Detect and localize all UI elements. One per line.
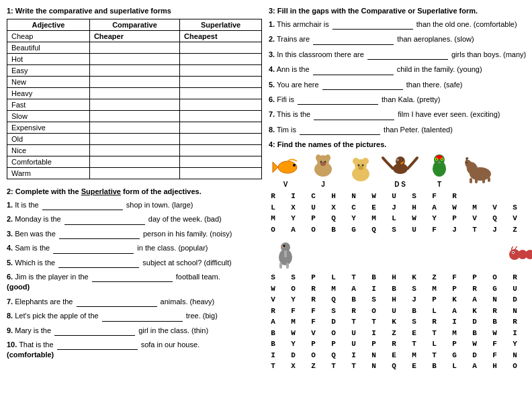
ws-cell: Z — [430, 272, 439, 283]
ws-cell: W — [490, 328, 499, 339]
svg-rect-40 — [284, 250, 287, 257]
blank-0[interactable] — [42, 199, 123, 210]
ws-cell — [420, 213, 429, 224]
ws-cell: L — [430, 338, 439, 350]
table-row: Fast — [7, 99, 262, 111]
ws-cell: Q — [329, 294, 338, 306]
col-header-comp: Comparative — [89, 19, 179, 31]
s3-blank-1[interactable] — [313, 34, 394, 44]
table-row: Beautiful — [7, 42, 262, 54]
superlative-cell — [180, 168, 262, 179]
ws-cell — [400, 224, 408, 236]
superlative-cell — [180, 54, 262, 65]
blank-5[interactable] — [92, 271, 173, 282]
list-item: 10. That is the sofa in our house.(comfo… — [7, 339, 262, 361]
ws-cell — [279, 328, 287, 339]
ws-cell — [521, 328, 529, 339]
ws-cell — [521, 213, 529, 224]
ws-cell: T — [430, 328, 439, 339]
ws-cell: T — [269, 361, 277, 372]
superlative-cell — [180, 111, 262, 122]
blank-8[interactable] — [54, 325, 135, 336]
s3-blank-2[interactable] — [367, 49, 448, 60]
ws-cell: I — [450, 316, 459, 328]
ws-cell: F — [309, 306, 318, 317]
ws-cell: R — [309, 283, 318, 295]
ws-cell: L — [269, 202, 277, 214]
blank-6[interactable] — [77, 296, 157, 307]
blank-3[interactable] — [53, 242, 134, 253]
superlative-cell — [180, 88, 262, 99]
bear-container — [344, 156, 378, 185]
blank-1[interactable] — [64, 214, 145, 224]
ws-cell — [299, 272, 308, 283]
ws-cell — [359, 338, 368, 350]
superlative-cell — [180, 122, 262, 134]
ws-cell: U — [410, 224, 418, 236]
adjective-cell: Comfortable — [7, 156, 90, 168]
ws-cell — [460, 316, 469, 328]
ws-cell — [400, 202, 408, 214]
ws-cell: S — [410, 316, 418, 328]
wordsearch-row: O A O B G Q S U F J T J Z R D — [269, 224, 532, 236]
comparative-cell — [89, 168, 179, 179]
comparative-cell — [89, 145, 179, 156]
ws-cell: F — [289, 306, 298, 317]
ws-cell — [359, 224, 368, 236]
ws-cell: U — [390, 306, 398, 317]
s3-blank-7[interactable] — [300, 124, 380, 135]
ws-cell: B — [430, 361, 439, 372]
ws-cell: M — [410, 350, 418, 361]
blank-2[interactable] — [59, 228, 140, 239]
ws-cell: R — [470, 283, 479, 295]
horse-container — [460, 156, 497, 185]
s3-blank-0[interactable] — [332, 19, 413, 30]
table-row: Hot — [7, 54, 262, 65]
main-container: 1: Write the comparative and superlative… — [7, 7, 525, 372]
ws-cell: S — [511, 202, 519, 214]
ws-cell — [319, 272, 328, 283]
ws-cell — [521, 361, 529, 372]
ws-cell: P — [309, 338, 318, 350]
goldfish-container: V — [269, 152, 302, 188]
s3-blank-3[interactable] — [313, 64, 394, 75]
ws-cell: G — [450, 350, 459, 361]
ws-cell — [500, 202, 509, 214]
s3-blank-5[interactable] — [298, 94, 378, 105]
ws-cell — [359, 328, 368, 339]
blank-7[interactable] — [102, 310, 183, 321]
ws-cell — [521, 224, 529, 236]
ws-cell: Z — [390, 328, 398, 339]
goldfish-label: V — [269, 181, 302, 188]
ws-cell — [359, 316, 368, 328]
ws-cell — [480, 328, 489, 339]
ws-cell — [400, 316, 408, 328]
ws-cell: R — [269, 306, 277, 317]
ws-cell — [521, 350, 529, 361]
wordsearch-row: L X U X C E J H A W M V S I C — [269, 202, 532, 214]
list-item: 9. Mary is the girl in the class. (thin) — [7, 325, 262, 336]
comparative-cell — [89, 134, 179, 145]
ws-cell — [460, 338, 469, 350]
ws-cell: E — [390, 350, 398, 361]
ws-cell: V — [511, 213, 519, 224]
eagle-container: D S — [382, 152, 418, 188]
ws-cell: Y — [430, 213, 439, 224]
ws-cell: D — [511, 294, 519, 306]
adjective-cell: Warm — [7, 168, 90, 179]
ws-cell: A — [470, 361, 479, 372]
ws-cell: D — [470, 316, 479, 328]
ws-cell: L — [390, 213, 398, 224]
ws-cell: O — [511, 361, 519, 372]
s3-blank-6[interactable] — [314, 109, 394, 120]
blank-9[interactable] — [57, 339, 138, 350]
col-header-sup: Superlative — [180, 19, 262, 31]
svg-point-2 — [293, 164, 296, 167]
ws-cell — [299, 350, 308, 361]
blank-4[interactable] — [58, 257, 139, 268]
ws-cell — [400, 350, 408, 361]
ws-cell — [460, 213, 469, 224]
s3-blank-4[interactable] — [322, 79, 403, 90]
ws-cell — [279, 191, 287, 202]
ws-cell — [279, 272, 287, 283]
